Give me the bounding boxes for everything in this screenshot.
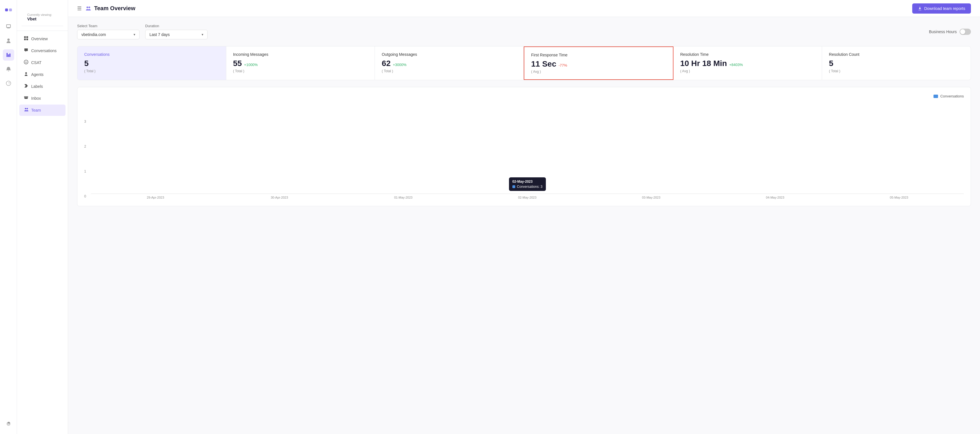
stat-label-first_response: First Response Time: [531, 53, 666, 57]
agents-nav-icon: [24, 72, 29, 78]
notifications-icon-btn[interactable]: [3, 63, 14, 75]
sidebar-item-labels[interactable]: Labels: [19, 81, 65, 92]
svg-rect-5: [26, 36, 28, 38]
y-axis-label: 2: [84, 145, 86, 148]
stat-card-resolution_count: Resolution Count 5 ( Total ): [822, 46, 970, 80]
y-axis-label: 3: [84, 120, 86, 123]
sidebar-item-team[interactable]: Team: [19, 105, 65, 116]
stat-label-outgoing: Outgoing Messages: [382, 52, 517, 57]
labels-nav-icon: [24, 84, 29, 89]
stat-value-first_response: 11 Sec -77%: [531, 60, 666, 68]
chart-legend: Conversations: [84, 94, 964, 98]
business-hours-toggle[interactable]: [959, 29, 971, 35]
stat-num-outgoing: 62: [382, 59, 390, 68]
inbox-nav-label: Inbox: [31, 96, 41, 101]
logo-icon: [3, 5, 14, 16]
x-label-5: 04-May-2023: [713, 194, 837, 199]
bar-chart: 0123 02-May-2023 Conversations: 3 29-Apr…: [84, 103, 964, 199]
inbox-icon-btn[interactable]: [3, 21, 14, 32]
labels-nav-label: Labels: [31, 84, 43, 89]
bars-wrapper: 02-May-2023 Conversations: 3: [91, 194, 964, 194]
team-filter-value: vbetindia.com: [81, 32, 106, 37]
stat-sub-resolution_count: ( Total ): [829, 69, 964, 73]
topbar-left: ☰ Team Overview: [77, 5, 135, 12]
stat-card-resolution_time: Resolution Time 10 Hr 18 Min +8403% ( Av…: [673, 46, 822, 80]
sidebar-item-inbox[interactable]: Inbox: [19, 93, 65, 104]
svg-rect-1: [9, 8, 12, 11]
duration-filter-select[interactable]: Last 7 days ▾: [145, 30, 208, 40]
settings-icon-btn[interactable]: [3, 418, 14, 429]
main-content: ☰ Team Overview Download team reports Se…: [68, 0, 980, 434]
svg-point-10: [27, 62, 27, 62]
duration-filter-group: Duration Last 7 days ▾: [145, 24, 208, 40]
download-button-label: Download team reports: [924, 6, 965, 11]
page-title: Team Overview: [94, 5, 135, 12]
sidebar-item-overview[interactable]: Overview: [19, 33, 65, 44]
csat-nav-label: CSAT: [31, 60, 41, 65]
svg-rect-6: [24, 38, 26, 40]
stat-card-incoming: Incoming Messages 55 +1000% ( Total ): [226, 46, 375, 80]
workspace-name: Vbet: [27, 16, 57, 21]
team-nav-label: Team: [31, 108, 41, 112]
stat-change-resolution_time: +8403%: [729, 63, 743, 67]
team-overview-icon: [85, 5, 91, 12]
x-label-0: 29-Apr-2023: [94, 194, 218, 199]
svg-point-9: [25, 62, 26, 62]
stat-num-resolution_count: 5: [829, 59, 834, 68]
chart-container: Conversations 0123 02-May-2023 Conversat…: [77, 87, 971, 206]
hamburger-icon[interactable]: ☰: [77, 5, 82, 12]
chart-tooltip: 02-May-2023 Conversations: 3: [509, 177, 546, 191]
stats-row: Conversations 5 ( Total ) Incoming Messa…: [77, 46, 971, 80]
duration-filter-label: Duration: [145, 24, 208, 28]
team-filter-select[interactable]: vbetindia.com ▾: [77, 30, 140, 40]
stat-value-incoming: 55 +1000%: [233, 59, 368, 68]
stat-change-incoming: +1000%: [244, 63, 258, 67]
svg-point-8: [24, 60, 28, 64]
business-hours-toggle-group: Business Hours: [929, 29, 971, 35]
overview-nav-label: Overview: [31, 36, 48, 41]
duration-filter-value: Last 7 days: [150, 32, 170, 37]
download-button[interactable]: Download team reports: [912, 3, 971, 14]
svg-text:?: ?: [8, 82, 10, 85]
sidebar-item-agents[interactable]: Agents: [19, 69, 65, 80]
contacts-icon-btn[interactable]: [3, 35, 14, 46]
download-icon: [918, 6, 922, 11]
legend-label: Conversations: [940, 94, 964, 98]
chart-bars-area: 02-May-2023 Conversations: 3 29-Apr-2023…: [91, 194, 964, 199]
stat-change-outgoing: +3000%: [393, 63, 407, 67]
filters-row: Select Team vbetindia.com ▾ Duration Las…: [77, 24, 971, 40]
x-label-2: 01-May-2023: [341, 194, 465, 199]
sidebar-item-conversations[interactable]: Conversations: [19, 45, 65, 56]
stat-sub-conversations: ( Total ): [84, 69, 219, 73]
stat-num-first_response: 11 Sec: [531, 60, 556, 68]
stat-num-incoming: 55: [233, 59, 242, 68]
team-filter-label: Select Team: [77, 24, 140, 28]
team-filter-chevron: ▾: [134, 33, 135, 36]
legend-dot: [934, 95, 938, 98]
svg-rect-4: [24, 36, 26, 38]
csat-nav-icon: [24, 60, 29, 65]
stat-sub-resolution_time: ( Avg ): [680, 69, 815, 73]
sidebar-nav: Currently viewing: Vbet OverviewConversa…: [17, 0, 68, 434]
stat-value-resolution_time: 10 Hr 18 Min +8403%: [680, 59, 815, 68]
sidebar-item-csat[interactable]: CSAT: [19, 57, 65, 68]
content-area: Select Team vbetindia.com ▾ Duration Las…: [68, 17, 980, 434]
toggle-thumb: [960, 29, 965, 34]
help-icon-btn[interactable]: ?: [3, 78, 14, 89]
overview-nav-icon: [24, 36, 29, 42]
x-label-1: 30-Apr-2023: [218, 194, 341, 199]
stat-card-first_response: First Response Time 11 Sec -77% ( Avg ): [524, 46, 673, 80]
stat-value-outgoing: 62 +3000%: [382, 59, 517, 68]
stat-card-outgoing: Outgoing Messages 62 +3000% ( Total ): [375, 46, 524, 80]
stat-value-resolution_count: 5: [829, 59, 964, 68]
conversations-nav-label: Conversations: [31, 48, 57, 53]
stat-label-resolution_count: Resolution Count: [829, 52, 964, 57]
stat-label-resolution_time: Resolution Time: [680, 52, 815, 57]
tooltip-label: Conversations: 3: [517, 185, 542, 188]
conversations-nav-icon: [24, 48, 29, 54]
agents-nav-label: Agents: [31, 72, 44, 77]
stat-sub-first_response: ( Avg ): [531, 70, 666, 74]
stat-label-conversations: Conversations: [84, 52, 219, 57]
stat-num-conversations: 5: [84, 59, 89, 68]
reports-icon-btn[interactable]: [3, 49, 14, 61]
